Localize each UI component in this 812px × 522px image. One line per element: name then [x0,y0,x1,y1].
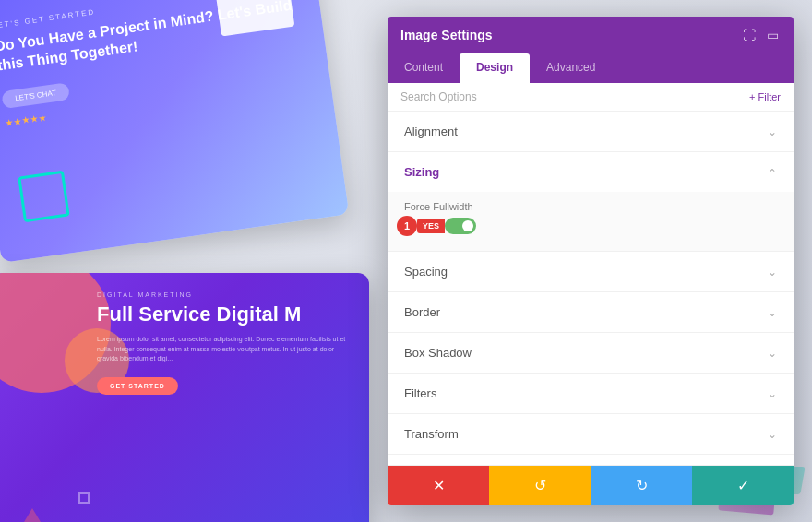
border-chevron: ⌄ [768,306,777,319]
badge-number: 1 [397,216,417,236]
transform-label: Transform [404,427,459,441]
spacing-chevron: ⌄ [768,266,777,279]
force-fullwidth-label: Force Fullwidth [404,201,777,212]
panel-footer: ✕ ↺ ↻ ✓ [388,465,794,505]
box-shadow-chevron: ⌄ [768,347,777,360]
sizing-label: Sizing [404,165,439,179]
accordion-spacing-header[interactable]: Spacing ⌄ [388,252,794,291]
alignment-label: Alignment [404,125,458,138]
alignment-chevron: ⌄ [768,125,777,138]
card-bottom-title: Full Service Digital M [97,303,355,326]
accordion-filters: Filters ⌄ [388,374,794,414]
panel-header: Image Settings ⛶ ▭ [388,17,794,53]
accordion-sizing: Sizing ⌄ Force Fullwidth 1 YES [388,152,794,252]
save-icon: ✓ [737,477,749,494]
fullscreen-icon[interactable]: ⛶ [741,26,758,44]
force-fullwidth-toggle[interactable]: YES [417,218,476,234]
card-bottom-subtitle: DIGITAL MARKETING [97,291,355,298]
accordion-box-shadow: Box Shadow ⌄ [388,333,794,374]
collapse-icon[interactable]: ▭ [765,26,781,44]
filter-button[interactable]: + Filter [749,91,781,102]
accordion-alignment-header[interactable]: Alignment ⌄ [388,112,794,151]
accordion-border-header[interactable]: Border ⌄ [388,292,794,332]
cancel-icon: ✕ [433,477,445,494]
accordion-transform-header[interactable]: Transform ⌄ [388,414,794,454]
card-bottom: DIGITAL MARKETING Full Service Digital M… [0,273,369,522]
sizing-chevron: ⌄ [768,166,777,179]
filters-label: Filters [404,386,436,400]
undo-icon: ↺ [534,477,546,494]
accordion-box-shadow-header[interactable]: Box Shadow ⌄ [388,333,794,373]
accordion-spacing: Spacing ⌄ [388,252,794,292]
card-top-cta: LET'S CHAT [1,82,70,109]
force-fullwidth-toggle-container: 1 YES [404,218,777,234]
panel-title: Image Settings [400,28,493,42]
toggle-yes-label: YES [417,219,445,233]
card-top: 5 LET'S GET STARTED Do You Have a Projec… [0,0,349,263]
redo-button[interactable]: ↻ [591,466,692,505]
card-bottom-triangle [18,508,46,522]
accordion-animation: Animation ⌄ [388,455,794,465]
tab-content[interactable]: Content [388,53,460,83]
tab-design[interactable]: Design [460,53,530,83]
box-shadow-label: Box Shadow [404,346,472,360]
cancel-button[interactable]: ✕ [388,466,489,505]
redo-icon: ↻ [636,477,648,494]
accordion-filters-header[interactable]: Filters ⌄ [388,374,794,413]
toggle-pill[interactable] [445,218,476,234]
card-bottom-small-square [78,492,90,504]
filters-chevron: ⌄ [768,387,777,400]
panel-header-icons: ⛶ ▭ [741,26,781,44]
search-options-label[interactable]: Search Options [400,90,477,103]
settings-panel: Image Settings ⛶ ▭ Content Design Advanc… [388,17,794,505]
card-bottom-desc: Lorem ipsum dolor sit amet, consectetur … [97,335,355,364]
panel-body: Search Options + Filter Alignment ⌄ Sizi… [388,83,794,465]
search-bar: Search Options + Filter [388,83,794,112]
accordion-border: Border ⌄ [388,292,794,333]
toggle-dot [462,220,473,231]
spacing-label: Spacing [404,265,448,279]
accordion-transform: Transform ⌄ [388,414,794,455]
save-button[interactable]: ✓ [692,466,794,505]
undo-button[interactable]: ↺ [489,466,591,505]
tab-advanced[interactable]: Advanced [530,53,612,83]
transform-chevron: ⌄ [768,428,777,441]
border-label: Border [404,305,440,319]
sizing-content: Force Fullwidth 1 YES [388,192,794,251]
accordion-animation-header[interactable]: Animation ⌄ [388,455,794,465]
panel-tabs: Content Design Advanced [388,53,794,83]
accordion-sizing-header[interactable]: Sizing ⌄ [388,152,794,192]
accordion-alignment: Alignment ⌄ [388,112,794,152]
card-top-teal-square [18,171,69,222]
card-bottom-cta: GET STARTED [97,377,178,395]
